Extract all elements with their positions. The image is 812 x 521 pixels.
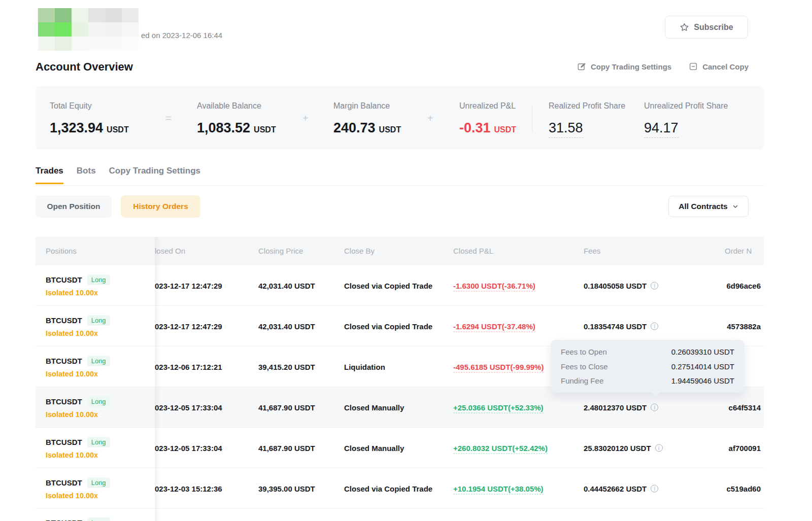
avatar-pixel	[88, 22, 105, 37]
closing-price-cell: 41,687.90 USDT	[258, 443, 315, 452]
table-row[interactable]: BTCUSDTLong	[36, 509, 764, 521]
closing-price-cell: 42,031.40 USDT	[258, 281, 315, 290]
symbol-line: BTCUSDTLong	[46, 396, 110, 407]
closed-pnl-cell: +25.0366 USDT(+52.33%)	[453, 403, 544, 411]
symbol-line: BTCUSDTLong	[46, 477, 110, 488]
info-icon[interactable]: i	[651, 322, 658, 330]
info-icon[interactable]: i	[655, 444, 663, 451]
side-badge: Long	[87, 437, 110, 447]
close-by-cell: Closed Manually	[344, 443, 404, 452]
contract-filter-label: All Contracts	[679, 202, 727, 211]
close-by-cell: Closed via Copied Trade	[344, 484, 432, 493]
closed-on-cell: 023-12-17 12:47:29	[155, 281, 222, 290]
closed-on-cell: 023-12-17 12:47:29	[155, 322, 222, 330]
positions-cell: BTCUSDTLongIsolated 10.00x	[46, 396, 110, 419]
history-orders-button[interactable]: History Orders	[121, 195, 200, 218]
equals-separator: =	[165, 113, 172, 124]
closed-on-cell: 023-12-05 17:33:04	[155, 443, 222, 452]
close-by-cell: Closed via Copied Trade	[344, 322, 432, 330]
open-position-button[interactable]: Open Position	[36, 195, 112, 218]
pnl-value: +25.0366 USDT(+52.33%)	[453, 403, 544, 413]
closed-on-cell: 023-12-05 17:33:04	[155, 403, 222, 411]
avatar-pixel	[122, 8, 139, 22]
table-row[interactable]: BTCUSDTLongIsolated 10.00x023-12-03 15:1…	[36, 468, 764, 509]
fees-value: 0.44452662 USDT	[584, 484, 647, 493]
cancel-copy-label: Cancel Copy	[702, 62, 749, 71]
side-badge: Long	[87, 315, 110, 326]
col-order-no: Order N	[725, 237, 752, 265]
info-icon[interactable]: i	[651, 484, 658, 492]
minus-square-icon	[689, 62, 698, 71]
margin-leverage: Isolated 10.00x	[46, 289, 110, 297]
edit-icon	[577, 62, 586, 71]
copied-on-timestamp: ed on 2023-12-06 16:44	[141, 31, 222, 40]
close-by-cell: Closed via Copied Trade	[344, 281, 432, 290]
symbol-line: BTCUSDTLong	[46, 356, 110, 366]
positions-cell: BTCUSDTLongIsolated 10.00x	[46, 315, 110, 337]
col-closed-pnl: Closed P&L	[453, 237, 493, 265]
contract-filter-dropdown[interactable]: All Contracts	[668, 196, 749, 217]
margin-leverage: Isolated 10.00x	[46, 329, 110, 337]
fees-value: 25.83020120 USDT	[584, 443, 651, 452]
avatar-pixel	[105, 8, 122, 22]
col-positions: Positions	[46, 237, 77, 265]
closed-pnl-cell: +260.8032 USDT(+52.42%)	[453, 443, 548, 452]
overview-actions: Copy Trading Settings Cancel Copy	[577, 62, 749, 71]
fees-cell: 25.83020120 USDTi	[584, 443, 663, 452]
pnl-value: -1.6294 USDT(-37.48%)	[453, 322, 535, 332]
cancel-copy-action[interactable]: Cancel Copy	[689, 62, 749, 71]
position-symbol: BTCUSDT	[46, 518, 82, 521]
positions-cell: BTCUSDTLongIsolated 10.00x	[46, 437, 110, 459]
closed-on-cell: 023-12-03 15:12:36	[155, 484, 222, 493]
main-tabs: Trades Bots Copy Trading Settings	[36, 166, 200, 184]
margin-leverage: Isolated 10.00x	[46, 410, 110, 419]
subscribe-button[interactable]: Subscribe	[665, 16, 748, 39]
order-no-cell: c64f5314	[729, 403, 761, 411]
closed-pnl-cell: +10.1954 USDT(+38.05%)	[453, 484, 544, 493]
closed-pnl-cell: -1.6294 USDT(-37.48%)	[453, 322, 535, 330]
position-symbol: BTCUSDT	[46, 478, 82, 487]
margin-leverage: Isolated 10.00x	[46, 492, 110, 500]
fees-cell: 0.18354748 USDTi	[584, 322, 658, 330]
avatar-pixel	[72, 22, 88, 37]
stat-margin-balance: Margin Balance 240.73USDT	[333, 101, 401, 136]
table-row[interactable]: BTCUSDTLongIsolated 10.00x023-12-05 17:3…	[36, 428, 764, 468]
plus-separator: +	[302, 113, 309, 124]
chevron-down-icon	[732, 203, 738, 210]
info-icon[interactable]: i	[651, 282, 658, 289]
positions-cell: BTCUSDTLongIsolated 10.00x	[46, 274, 110, 297]
fees-cell: 0.18405058 USDTi	[584, 281, 658, 290]
tab-trades[interactable]: Trades	[36, 166, 63, 184]
avatar-pixel	[55, 8, 72, 22]
tooltip-row: Fees to Open 0.26039310 USDT	[561, 348, 734, 356]
stat-total-equity: Total Equity 1,323.94USDT	[50, 101, 129, 136]
info-icon[interactable]: i	[651, 403, 658, 411]
close-by-cell: Closed Manually	[344, 403, 404, 411]
pnl-value: +10.1954 USDT(+38.05%)	[453, 484, 544, 494]
position-symbol: BTCUSDT	[46, 357, 82, 365]
tab-bots[interactable]: Bots	[77, 166, 96, 184]
tooltip-row: Fees to Close 0.27514014 USDT	[561, 362, 734, 371]
avatar-pixel	[88, 8, 105, 22]
col-close-by: Close By	[344, 237, 375, 265]
position-symbol: BTCUSDT	[46, 397, 82, 406]
copy-trading-settings-action[interactable]: Copy Trading Settings	[577, 62, 671, 71]
order-no-cell: 6d96ace6	[726, 281, 761, 290]
closing-price-cell: 39,395.00 USDT	[258, 484, 315, 493]
fees-value: 0.18405058 USDT	[584, 281, 647, 290]
avatar-pixel	[122, 22, 139, 37]
position-symbol: BTCUSDT	[46, 275, 82, 284]
avatar-pixel	[38, 22, 55, 37]
symbol-line: BTCUSDTLong	[46, 315, 110, 326]
table-row[interactable]: BTCUSDTLongIsolated 10.00x023-12-17 12:4…	[36, 265, 764, 306]
tooltip-row: Funding Fee 1.94459046 USDT	[561, 376, 734, 385]
tab-copy-trading-settings[interactable]: Copy Trading Settings	[109, 166, 200, 184]
stats-divider	[532, 106, 532, 131]
positions-cell: BTCUSDTLong	[46, 517, 110, 521]
closed-pnl-cell: -1.6300 USDT(-36.71%)	[453, 281, 535, 290]
avatar-pixel	[72, 37, 88, 51]
avatar-pixel	[122, 37, 139, 51]
pnl-value: +260.8032 USDT(+52.42%)	[453, 443, 548, 454]
margin-leverage: Isolated 10.00x	[46, 370, 110, 378]
close-by-cell: Liquidation	[344, 362, 385, 371]
